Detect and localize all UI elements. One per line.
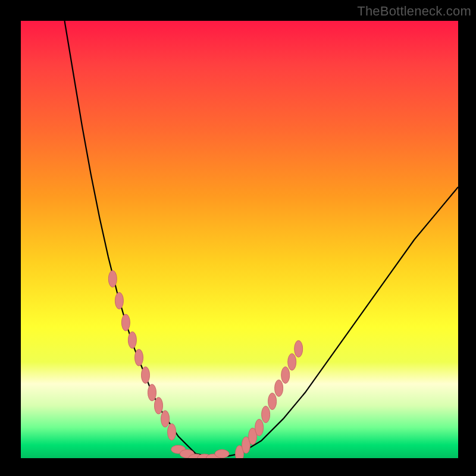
curve-marker [295,340,303,357]
curve-marker [135,349,143,366]
curve-marker [121,314,130,331]
curve-path [65,21,459,458]
curve-markers-left [108,271,176,440]
curve-marker [128,332,136,349]
curve-marker [115,292,123,309]
curve-marker [215,450,229,458]
bottleneck-curve [21,21,458,458]
curve-marker [262,406,270,423]
curve-markers-right [236,340,303,458]
curve-marker [281,367,290,383]
curve-marker [148,384,156,401]
curve-marker [268,393,277,410]
watermark-text: TheBottleneck.com [357,4,471,19]
curve-markers-bottom [171,445,230,458]
curve-marker [155,397,163,414]
curve-marker [288,353,296,370]
chart-area [21,21,458,458]
curve-marker [275,380,283,396]
curve-marker [255,419,264,436]
curve-marker [161,411,170,427]
curve-marker [168,424,176,440]
curve-marker [142,367,150,383]
curve-marker [108,271,117,287]
